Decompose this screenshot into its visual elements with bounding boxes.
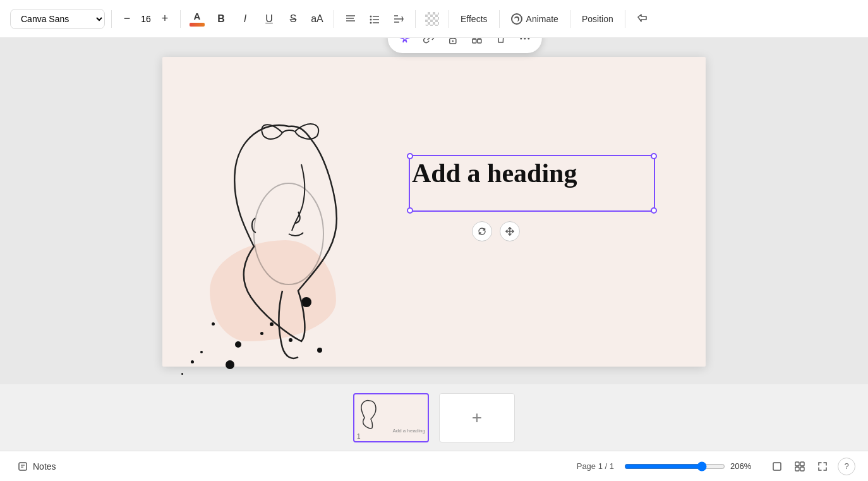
position-label: Position (582, 14, 613, 24)
add-page-button[interactable]: + (439, 393, 515, 442)
text-color-label: A (194, 11, 201, 21)
svg-rect-17 (473, 39, 476, 43)
divider-7 (570, 10, 570, 28)
italic-button[interactable]: I (235, 9, 255, 29)
animate-icon-inner (514, 16, 519, 21)
thumb-number: 1 (357, 433, 361, 440)
view-buttons (767, 456, 833, 477)
svg-rect-22 (19, 463, 27, 470)
grid-view-button[interactable] (790, 456, 810, 477)
increase-font-size-button[interactable]: + (156, 10, 174, 28)
lock-button[interactable] (442, 38, 464, 49)
underline-button[interactable]: U (259, 9, 279, 29)
svg-rect-28 (795, 467, 799, 471)
group-button[interactable] (466, 38, 488, 49)
line-height-button[interactable] (389, 9, 409, 29)
floating-toolbar (388, 38, 542, 53)
canvas[interactable]: Add a heading (162, 57, 706, 367)
font-size-value: 16 (138, 14, 154, 24)
font-selector[interactable]: Canva Sans (10, 9, 105, 29)
animate-button[interactable]: Animate (506, 9, 564, 28)
notes-button[interactable]: Notes (13, 458, 61, 475)
svg-rect-26 (795, 462, 799, 466)
svg-point-3 (370, 15, 372, 17)
rotate-handle[interactable] (472, 221, 492, 241)
svg-point-20 (524, 38, 526, 40)
dot-tiny-2 (191, 360, 194, 363)
selection-handle-br[interactable] (651, 207, 657, 214)
text-color-button[interactable]: A (187, 8, 207, 29)
list-button[interactable] (365, 9, 385, 29)
decrease-font-size-button[interactable]: − (118, 10, 136, 28)
svg-point-14 (452, 40, 454, 42)
divider-4 (415, 10, 416, 28)
font-size-control: − 16 + (118, 10, 174, 28)
top-toolbar: Canva Sans − 16 + A B I U S aA (0, 0, 868, 38)
svg-rect-18 (478, 39, 481, 43)
magic-edit-button[interactable] (394, 38, 416, 49)
delete-button[interactable] (490, 38, 512, 49)
face-line-art (200, 107, 377, 360)
align-button[interactable] (341, 9, 361, 29)
divider-2 (180, 10, 181, 28)
more-options-button[interactable] (514, 38, 536, 49)
animate-icon (511, 13, 522, 25)
status-bar: Notes Page 1 / 1 206% ? (0, 451, 868, 481)
heading-text[interactable]: Add a heading (412, 158, 577, 188)
selection-handle-tr[interactable] (651, 153, 657, 159)
position-button[interactable]: Position (577, 10, 618, 28)
svg-point-19 (520, 38, 522, 40)
checker-icon (425, 12, 439, 26)
link-button[interactable] (418, 38, 440, 49)
effects-label: Effects (461, 14, 488, 24)
color-swatch (190, 23, 205, 27)
move-handle[interactable] (500, 221, 520, 241)
copy-style-button[interactable] (632, 9, 652, 29)
divider-5 (449, 10, 449, 28)
svg-rect-29 (800, 467, 804, 471)
fullscreen-button[interactable] (812, 456, 833, 477)
selection-handle-bl[interactable] (407, 207, 413, 214)
effects-button[interactable]: Effects (455, 10, 493, 28)
dot-tiny-3 (181, 373, 183, 375)
help-button[interactable]: ? (838, 458, 855, 475)
single-view-button[interactable] (767, 456, 787, 477)
dot-medium-2 (226, 360, 234, 369)
animate-label: Animate (526, 14, 558, 24)
page-info: Page 1 / 1 (577, 461, 614, 471)
bottom-panel: Add a heading 1 + (0, 384, 868, 451)
divider-3 (334, 10, 334, 28)
notes-label: Notes (33, 461, 56, 472)
svg-rect-27 (800, 462, 804, 466)
divider-8 (625, 10, 625, 28)
sub-handles (472, 221, 520, 241)
strikethrough-button[interactable]: S (283, 9, 303, 29)
zoom-percent: 206% (730, 461, 757, 471)
svg-rect-25 (773, 463, 781, 470)
main-canvas-area: Add a heading (0, 38, 868, 384)
bold-button[interactable]: B (211, 9, 231, 29)
zoom-slider-area: 206% (624, 461, 757, 472)
svg-point-5 (370, 18, 372, 20)
divider-6 (499, 10, 500, 28)
svg-point-7 (370, 21, 372, 23)
page-thumbnail-1[interactable]: Add a heading 1 (353, 393, 429, 442)
case-button[interactable]: aA (307, 9, 327, 29)
svg-point-21 (527, 38, 529, 40)
thumb-label: Add a heading (392, 428, 425, 434)
divider-1 (111, 10, 112, 28)
zoom-slider[interactable] (624, 461, 725, 472)
transparency-button[interactable] (422, 9, 442, 29)
